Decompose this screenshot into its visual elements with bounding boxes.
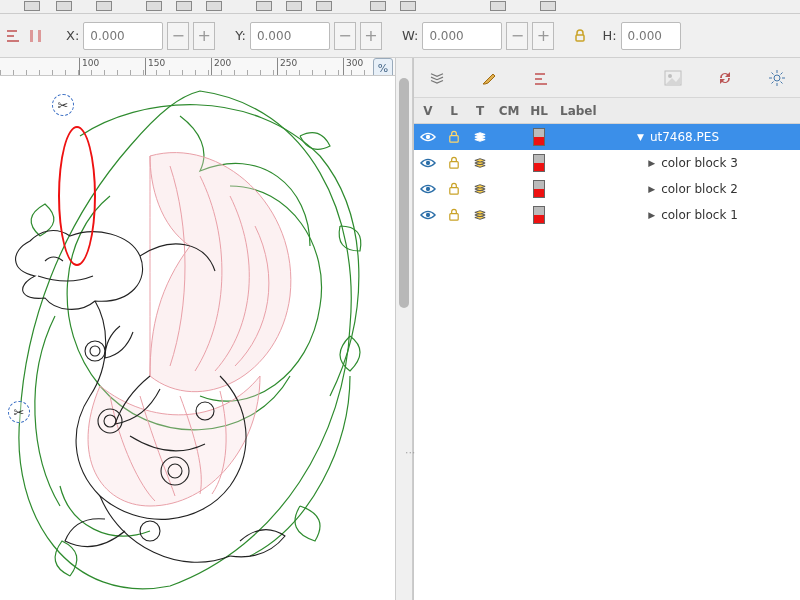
brush-icon[interactable] — [478, 67, 500, 89]
svg-point-19 — [774, 75, 780, 81]
svg-point-18 — [668, 74, 672, 78]
scrollbar-thumb[interactable] — [399, 78, 409, 308]
visibility-toggle[interactable] — [414, 183, 442, 195]
align-left-panel-icon[interactable] — [530, 67, 552, 89]
visibility-toggle[interactable] — [414, 131, 442, 143]
x-inc-button[interactable]: + — [193, 22, 215, 50]
top-tool-strip — [0, 0, 800, 14]
y-dec-button[interactable]: − — [334, 22, 356, 50]
settings-gear-icon[interactable] — [766, 67, 788, 89]
lock-toggle[interactable] — [442, 208, 466, 222]
align-left-icon[interactable] — [6, 28, 22, 44]
svg-rect-4 — [38, 30, 41, 42]
layer-row[interactable]: ▶color block 2 — [414, 176, 800, 202]
svg-point-26 — [426, 213, 430, 217]
x-dec-button[interactable]: − — [167, 22, 189, 50]
visibility-toggle[interactable] — [414, 157, 442, 169]
svg-point-22 — [426, 161, 430, 165]
highlight-swatch[interactable] — [524, 128, 554, 146]
svg-rect-14 — [535, 73, 545, 75]
expand-triangle-icon[interactable]: ▼ — [637, 132, 644, 142]
canvas[interactable]: ✂ ✂ — [0, 76, 395, 600]
new-layer-icon[interactable] — [426, 67, 448, 89]
layer-type-icon[interactable] — [466, 183, 494, 195]
layer-label-cell[interactable]: ▶color block 2 — [554, 182, 800, 196]
layer-label: color block 3 — [661, 156, 738, 170]
w-inc-button[interactable]: + — [532, 22, 554, 50]
x-input[interactable]: 0.000 — [83, 22, 163, 50]
h-label: H: — [602, 28, 616, 43]
image-icon[interactable] — [662, 67, 684, 89]
layer-label: color block 1 — [661, 208, 738, 222]
svg-point-10 — [85, 341, 105, 361]
visibility-toggle[interactable] — [414, 209, 442, 221]
svg-rect-21 — [450, 136, 458, 143]
svg-rect-2 — [7, 40, 19, 42]
highlight-swatch[interactable] — [524, 206, 554, 224]
layer-label-cell[interactable]: ▼ut7468.PES — [554, 130, 800, 144]
expand-triangle-icon[interactable]: ▶ — [648, 184, 655, 194]
w-label: W: — [402, 28, 418, 43]
layer-type-icon[interactable] — [466, 157, 494, 169]
col-v[interactable]: V — [414, 104, 442, 118]
svg-rect-1 — [7, 35, 14, 37]
node-marker-scissor-icon[interactable]: ✂ — [8, 401, 30, 423]
w-input[interactable]: 0.000 — [422, 22, 502, 50]
y-input[interactable]: 0.000 — [250, 22, 330, 50]
col-cm[interactable]: CM — [494, 104, 524, 118]
w-dec-button[interactable]: − — [506, 22, 528, 50]
y-inc-button[interactable]: + — [360, 22, 382, 50]
lock-aspect-icon[interactable] — [572, 28, 588, 44]
svg-point-11 — [90, 346, 100, 356]
highlight-swatch[interactable] — [524, 154, 554, 172]
layers-panel: V L T CM HL Label ▼ut7468.PES▶color bloc… — [413, 58, 800, 600]
refresh-icon[interactable] — [714, 67, 736, 89]
horizontal-ruler: 100 150 200 250 300 % — [0, 58, 395, 76]
svg-rect-0 — [7, 30, 17, 32]
y-label: Y: — [235, 28, 246, 43]
layer-type-icon[interactable] — [466, 209, 494, 221]
layers-header: V L T CM HL Label — [414, 98, 800, 124]
layer-label-cell[interactable]: ▶color block 3 — [554, 156, 800, 170]
svg-point-20 — [426, 135, 430, 139]
lock-toggle[interactable] — [442, 130, 466, 144]
h-input[interactable]: 0.000 — [621, 22, 681, 50]
svg-rect-5 — [576, 35, 584, 41]
svg-point-24 — [426, 187, 430, 191]
layer-row[interactable]: ▶color block 1 — [414, 202, 800, 228]
svg-rect-27 — [450, 214, 458, 221]
lock-toggle[interactable] — [442, 156, 466, 170]
vertical-scrollbar[interactable]: ⋮ — [395, 58, 413, 600]
svg-rect-3 — [30, 30, 33, 42]
x-label: X: — [66, 28, 79, 43]
layer-row[interactable]: ▶color block 3 — [414, 150, 800, 176]
layer-label-cell[interactable]: ▶color block 1 — [554, 208, 800, 222]
transform-bar: X: 0.000 − + Y: 0.000 − + W: 0.000 − + H… — [0, 14, 800, 58]
artwork-dragon — [0, 76, 395, 600]
canvas-area: 100 150 200 250 300 % — [0, 58, 395, 600]
layers-toolbar — [414, 58, 800, 98]
layer-type-icon[interactable] — [466, 131, 494, 143]
col-t[interactable]: T — [466, 104, 494, 118]
layer-label: color block 2 — [661, 182, 738, 196]
expand-triangle-icon[interactable]: ▶ — [648, 158, 655, 168]
panel-resize-handle[interactable]: ⋮ — [405, 448, 416, 456]
layers-rows: ▼ut7468.PES▶color block 3▶color block 2▶… — [414, 124, 800, 600]
svg-rect-25 — [450, 188, 458, 195]
svg-rect-16 — [535, 83, 547, 85]
lock-toggle[interactable] — [442, 182, 466, 196]
col-l[interactable]: L — [442, 104, 466, 118]
align-dist-icon[interactable] — [28, 28, 44, 44]
col-label[interactable]: Label — [554, 104, 800, 118]
svg-rect-15 — [535, 78, 542, 80]
layer-row[interactable]: ▼ut7468.PES — [414, 124, 800, 150]
node-marker-scissor-icon[interactable]: ✂ — [52, 94, 74, 116]
layer-label: ut7468.PES — [650, 130, 719, 144]
svg-rect-23 — [450, 162, 458, 169]
expand-triangle-icon[interactable]: ▶ — [648, 210, 655, 220]
snap-indicator-icon[interactable]: % — [373, 58, 393, 76]
col-hl[interactable]: HL — [524, 104, 554, 118]
highlight-swatch[interactable] — [524, 180, 554, 198]
